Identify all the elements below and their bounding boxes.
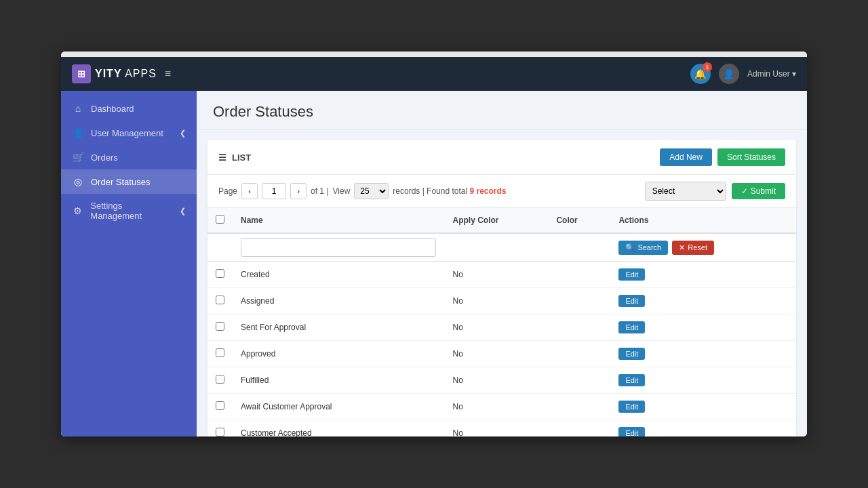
edit-button[interactable]: Edit — [618, 374, 645, 386]
page-header: Order Statuses — [197, 91, 807, 129]
top-nav-left: ⊞ YITY APPS ≡ — [72, 64, 171, 83]
table-row: Fulfilled No Edit — [208, 367, 796, 394]
sidebar-item-label: Settings Management — [90, 201, 173, 221]
filter-row: 🔍 Search ✕ Reset — [208, 233, 796, 262]
orders-icon: 🛒 — [72, 152, 84, 163]
next-page-button[interactable]: › — [290, 183, 307, 199]
filter-color-cell — [548, 233, 610, 262]
body-layout: ⌂ Dashboard 👤 User Management ❮ 🛒 Orders… — [61, 91, 807, 436]
row-apply-color: No — [444, 314, 548, 341]
name-filter-input[interactable] — [241, 238, 436, 257]
filter-apply-color-cell — [444, 233, 548, 262]
sort-statuses-button[interactable]: Sort Statuses — [717, 148, 785, 166]
home-icon: ⌂ — [72, 103, 84, 114]
row-name: Customer Accepted — [233, 420, 444, 437]
chevron-icon: ❮ — [180, 129, 186, 138]
edit-button[interactable]: Edit — [618, 268, 645, 281]
row-checkbox[interactable] — [216, 428, 224, 436]
row-color — [548, 288, 610, 314]
user-avatar: 👤 — [719, 64, 739, 84]
prev-page-button[interactable]: ‹ — [241, 183, 258, 199]
page-label: Page — [218, 186, 237, 196]
row-color — [548, 262, 610, 288]
row-name: Fulfilled — [233, 367, 444, 394]
sidebar-item-label: Dashboard — [91, 104, 134, 114]
edit-button[interactable]: Edit — [618, 427, 645, 436]
top-nav-right: 🔔 1 👤 Admin User ▾ — [690, 64, 796, 84]
edit-button[interactable]: Edit — [618, 295, 645, 307]
sidebar-item-orders[interactable]: 🛒 Orders — [61, 145, 197, 169]
row-checkbox[interactable] — [216, 322, 224, 331]
view-select[interactable]: 25 50 100 — [354, 183, 389, 199]
filter-checkbox-cell — [208, 233, 233, 262]
records-text: records | Found total 9 records — [393, 186, 506, 196]
pagination-right: Select ✓ Submit — [645, 182, 785, 201]
view-label: View — [333, 186, 351, 196]
notification-button[interactable]: 🔔 1 — [690, 64, 711, 84]
filter-name-cell — [233, 233, 444, 262]
page-number-input[interactable] — [262, 183, 286, 199]
list-title: ☰ LIST — [218, 152, 251, 163]
row-name: Assigned — [233, 288, 444, 314]
select-all-checkbox[interactable] — [216, 215, 224, 224]
list-icon: ☰ — [218, 152, 226, 163]
hamburger-icon[interactable]: ≡ — [165, 68, 171, 80]
list-actions: Add New Sort Statuses — [660, 148, 785, 166]
row-apply-color: No — [444, 367, 548, 394]
sidebar-item-label: Orders — [91, 152, 118, 163]
table-row: Created No Edit — [208, 262, 796, 288]
row-name: Await Customer Approval — [233, 394, 444, 420]
user-name[interactable]: Admin User ▾ — [747, 69, 796, 79]
bulk-action-select[interactable]: Select — [645, 182, 726, 201]
content-area: ☰ LIST Add New Sort Statuses Page ‹ — [208, 140, 796, 436]
col-apply-color: Apply Color — [444, 208, 548, 233]
notification-badge: 1 — [703, 62, 712, 72]
edit-button[interactable]: Edit — [618, 401, 645, 413]
pagination-row: Page ‹ › of 1 | View 25 50 100 record — [208, 175, 796, 208]
logo-icon: ⊞ — [72, 64, 91, 83]
sidebar-item-order-statuses[interactable]: ◎ Order Statuses — [61, 169, 197, 194]
row-apply-color: No — [444, 262, 548, 288]
row-checkbox[interactable] — [216, 375, 224, 384]
edit-button[interactable]: Edit — [618, 348, 645, 360]
table-header-row: Name Apply Color Color Actions — [208, 208, 796, 233]
app-container: ⊞ YITY APPS ≡ 🔔 1 👤 Admin User ▾ — [61, 57, 807, 436]
reset-button[interactable]: ✕ Reset — [672, 241, 714, 255]
total-pages: of 1 | — [311, 186, 328, 196]
filter-actions-cell: 🔍 Search ✕ Reset — [610, 233, 796, 262]
user-icon: 👤 — [72, 127, 84, 138]
table-row: Sent For Approval No Edit — [208, 314, 796, 341]
row-color — [548, 314, 610, 341]
sidebar-item-user-management[interactable]: 👤 User Management ❮ — [61, 121, 197, 145]
row-apply-color: No — [444, 288, 548, 314]
edit-button[interactable]: Edit — [618, 321, 645, 333]
pagination-left: Page ‹ › of 1 | View 25 50 100 record — [218, 183, 507, 199]
row-checkbox[interactable] — [216, 296, 224, 304]
page-title: Order Statuses — [213, 103, 791, 121]
sidebar-item-dashboard[interactable]: ⌂ Dashboard — [61, 96, 197, 121]
list-header: ☰ LIST Add New Sort Statuses — [208, 140, 796, 175]
row-checkbox[interactable] — [216, 269, 224, 278]
main-content: Order Statuses ☰ LIST Add New Sort Statu… — [197, 91, 807, 436]
row-name: Approved — [233, 341, 444, 367]
table-row: Assigned No Edit — [208, 288, 796, 314]
search-icon: 🔍 — [625, 243, 635, 252]
table-row: Customer Accepted No Edit — [208, 420, 796, 437]
row-name: Sent For Approval — [233, 314, 444, 341]
logo-block: ⊞ YITY APPS — [72, 64, 157, 83]
chevron-icon: ❮ — [180, 207, 186, 216]
submit-button[interactable]: ✓ Submit — [732, 183, 785, 199]
row-checkbox[interactable] — [216, 348, 224, 357]
row-color — [548, 394, 610, 420]
add-new-button[interactable]: Add New — [660, 148, 712, 166]
list-label: LIST — [232, 152, 251, 163]
checkmark-icon: ✓ — [741, 186, 748, 196]
row-checkbox[interactable] — [216, 401, 224, 410]
top-nav: ⊞ YITY APPS ≡ 🔔 1 👤 Admin User ▾ — [61, 57, 807, 91]
col-color: Color — [548, 208, 610, 233]
row-name: Created — [233, 262, 444, 288]
row-apply-color: No — [444, 341, 548, 367]
search-button[interactable]: 🔍 Search — [618, 241, 668, 255]
sidebar-item-settings-management[interactable]: ⚙ Settings Management ❮ — [61, 194, 197, 228]
row-color — [548, 367, 610, 394]
